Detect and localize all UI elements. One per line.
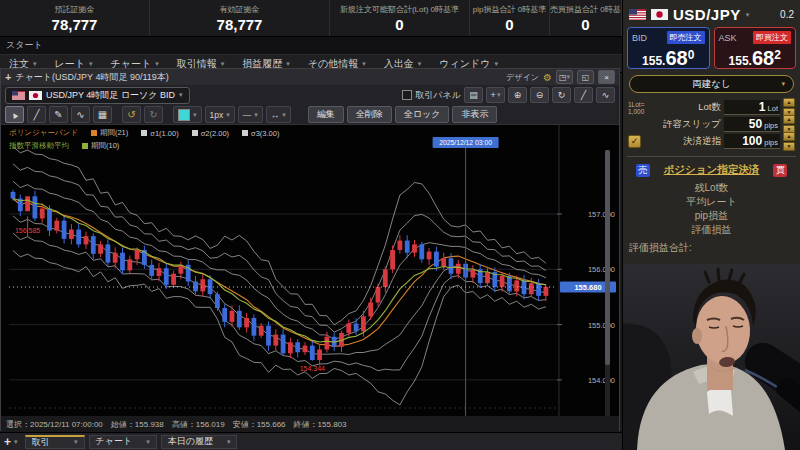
position-info-line: pip損益 bbox=[623, 209, 800, 223]
hide-button[interactable]: 非表示 bbox=[452, 106, 497, 123]
trendline-icon[interactable]: ╱ bbox=[574, 87, 593, 103]
chevron-down-icon: ▾ bbox=[418, 60, 422, 68]
move-icon[interactable]: + bbox=[5, 71, 11, 83]
account-cell-value: 0 bbox=[550, 16, 621, 33]
zoom-out-icon[interactable]: ⊖ bbox=[530, 87, 549, 103]
quote-row: BID 即売注文 155.680 ASK 即買注文 155.682 bbox=[623, 27, 800, 69]
account-cell-value: 0 bbox=[470, 16, 549, 33]
line-style-select[interactable]: —▾ bbox=[238, 106, 263, 123]
redo-icon[interactable]: ↻ bbox=[144, 106, 163, 123]
trading-app: 預託証拠金78,777有効証拠金78,777新規注文可能額合計(Lot) 0時基… bbox=[0, 0, 800, 450]
design-label[interactable]: デザイン bbox=[506, 72, 539, 83]
value-stepper[interactable]: ▲▼ bbox=[783, 132, 795, 151]
chart-window-titlebar[interactable]: + チャート(USD/JPY 4時間足 90/119本) デザイン ⚙ ◳▾ ◱… bbox=[1, 69, 619, 85]
taskbar-tab-取引[interactable]: 取引▾ bbox=[25, 435, 85, 449]
lock-all-button[interactable]: 全ロック bbox=[395, 106, 450, 123]
line-tool-icon[interactable]: ╱ bbox=[27, 106, 46, 123]
trade-panel-checkbox[interactable] bbox=[402, 90, 412, 100]
order-form-row: 1Lot=1,000Lot数1 Lot▲▼ bbox=[628, 99, 795, 116]
popout-button[interactable]: ◱ bbox=[577, 70, 594, 84]
stepper-up-icon[interactable]: ▲ bbox=[783, 115, 795, 124]
crosshair-icon[interactable]: +▾ bbox=[486, 87, 505, 103]
image-tool-icon[interactable]: ▦ bbox=[93, 106, 112, 123]
candlestick-chart[interactable]: 157.000156.000155.000154.000156.585154.3… bbox=[1, 125, 619, 416]
close-icon[interactable]: × bbox=[598, 70, 615, 84]
account-cell-label: pip損益合計 0時基準 bbox=[470, 4, 549, 15]
cursor-tool-icon[interactable]: ▲ bbox=[5, 106, 24, 123]
sell-badge[interactable]: 売 bbox=[636, 164, 650, 177]
order-field-value[interactable]: 100 pips bbox=[724, 134, 780, 149]
gear-icon[interactable]: ⚙ bbox=[543, 72, 552, 83]
order-field-unit: pips bbox=[762, 138, 778, 147]
stepper-up-icon[interactable]: ▲ bbox=[783, 132, 795, 141]
stepper-down-icon[interactable]: ▼ bbox=[783, 142, 795, 151]
legend-row: 指数平滑移動平均期間(10) bbox=[9, 141, 119, 151]
account-cell-value: 78,777 bbox=[0, 16, 149, 33]
hedge-mode-select[interactable]: 両建なし ▾ bbox=[629, 75, 794, 93]
account-cell-label: 売買損益合計 0時基準 bbox=[550, 4, 621, 15]
add-tab-icon[interactable]: + bbox=[4, 435, 11, 449]
undo-icon[interactable]: ↺ bbox=[122, 106, 141, 123]
order-field-label: 決済逆指 bbox=[661, 135, 721, 148]
order-form: 1Lot=1,000Lot数1 Lot▲▼許容スリップ50 pips▲▼✓決済逆… bbox=[623, 93, 800, 150]
account-cell-value: 78,777 bbox=[150, 16, 329, 33]
account-cell: 有効証拠金78,777 bbox=[150, 0, 330, 36]
svg-text:155.000: 155.000 bbox=[588, 321, 615, 330]
chart-body[interactable]: ボリンジャーバンド期間(21)σ1(1.00)σ2(2.00)σ3(3.00)指… bbox=[1, 125, 619, 416]
taskbar-tab-label: 本日の履歴 bbox=[168, 435, 213, 448]
edit-button[interactable]: 編集 bbox=[308, 106, 344, 123]
bid-button[interactable]: BID 即売注文 155.680 bbox=[627, 27, 710, 69]
webcam-video bbox=[623, 264, 800, 450]
order-field-value[interactable]: 50 pips bbox=[724, 117, 780, 132]
account-cell: 新規注文可能額合計(Lot) 0時基準0 bbox=[330, 0, 470, 36]
buy-badge[interactable]: 買 bbox=[773, 164, 787, 177]
chart-window: + チャート(USD/JPY 4時間足 90/119本) デザイン ⚙ ◳▾ ◱… bbox=[0, 68, 620, 431]
jp-flag-icon bbox=[29, 91, 42, 100]
taskbar-tab-チャート[interactable]: チャート▾ bbox=[89, 435, 157, 449]
svg-text:156.585: 156.585 bbox=[15, 227, 40, 234]
curve-tool-icon[interactable]: ∿ bbox=[71, 106, 90, 123]
trade-panel-label: 取引パネル bbox=[415, 89, 461, 102]
stepper-up-icon[interactable]: ▲ bbox=[783, 98, 795, 107]
total-pl-label: 評価損益合計: bbox=[623, 237, 800, 255]
chevron-down-icon: ▾ bbox=[781, 80, 785, 88]
pencil-tool-icon[interactable]: ✎ bbox=[49, 106, 68, 123]
zoom-in-icon[interactable]: ⊕ bbox=[508, 87, 527, 103]
taskbar-tab-本日の履歴[interactable]: 本日の履歴▾ bbox=[161, 435, 238, 449]
start-bar: スタート bbox=[0, 37, 622, 55]
indicator-name: ボリンジャーバンド bbox=[9, 128, 78, 138]
legend-swatch bbox=[91, 130, 97, 136]
symbol-label[interactable]: USD/JPY bbox=[673, 6, 741, 23]
chevron-down-icon: ▾ bbox=[33, 60, 37, 68]
ask-button[interactable]: ASK 即買注文 155.682 bbox=[714, 27, 797, 69]
workspace: 預託証拠金78,777有効証拠金78,777新規注文可能額合計(Lot) 0時基… bbox=[0, 0, 622, 450]
jp-flag-icon bbox=[651, 9, 668, 20]
legend-item-label: 期間(10) bbox=[91, 141, 119, 151]
row-left-note: ✓ bbox=[628, 135, 658, 148]
wave-icon[interactable]: ∿ bbox=[596, 87, 615, 103]
order-field-unit: pips bbox=[762, 121, 778, 130]
order-form-row: 許容スリップ50 pips▲▼ bbox=[628, 116, 795, 133]
arrow-style-select[interactable]: ↔▾ bbox=[266, 106, 291, 123]
refresh-icon[interactable]: ↻ bbox=[552, 87, 571, 103]
account-bar: 預託証拠金78,777有効証拠金78,777新規注文可能額合計(Lot) 0時基… bbox=[0, 0, 622, 37]
position-info: 残Lot数平均レートpip損益評価損益 bbox=[623, 181, 800, 237]
color-picker[interactable]: ▾ bbox=[173, 106, 202, 123]
legend-item: σ2(2.00) bbox=[192, 129, 229, 138]
spread-value: 0.2 bbox=[780, 9, 794, 20]
symbol-caret-icon[interactable]: ▾ bbox=[746, 11, 750, 19]
order-field-value[interactable]: 1 Lot bbox=[724, 100, 780, 115]
lot-note: 1Lot= bbox=[628, 101, 644, 108]
window-layout-button[interactable]: ◳▾ bbox=[556, 70, 573, 84]
position-close-link[interactable]: ポジション指定決済 bbox=[664, 163, 760, 177]
chart-selector-row: USD/JPY 4時間足 ローソク BID ▾ 取引パネル ▤ +▾ ⊕ ⊖ ↻… bbox=[1, 85, 619, 105]
symbol-selector[interactable]: USD/JPY 4時間足 ローソク BID ▾ bbox=[5, 87, 190, 104]
legend-item: σ3(3.00) bbox=[242, 129, 279, 138]
stop-loss-checkbox[interactable]: ✓ bbox=[628, 135, 641, 148]
delete-all-button[interactable]: 全削除 bbox=[347, 106, 392, 123]
account-cell: pip損益合計 0時基準0 bbox=[470, 0, 550, 36]
line-width-select[interactable]: 1px▾ bbox=[205, 106, 235, 123]
ask-price: 155.682 bbox=[719, 45, 792, 71]
chart-type-icon[interactable]: ▤ bbox=[464, 87, 483, 103]
position-info-line: 残Lot数 bbox=[623, 181, 800, 195]
